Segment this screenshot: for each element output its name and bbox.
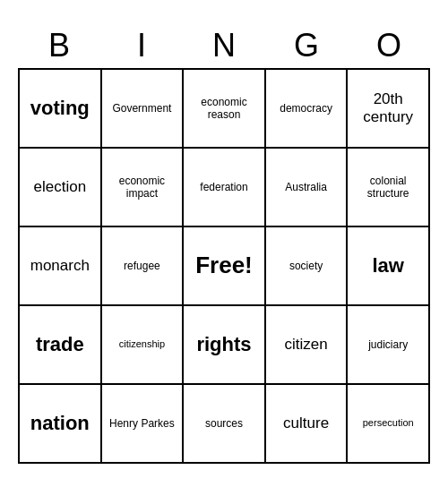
cell-text: Henry Parkes — [109, 417, 175, 430]
cell-r2-c3: society — [266, 227, 349, 306]
cell-r2-c1: refugee — [102, 227, 185, 306]
cell-r1-c2: federation — [184, 149, 266, 227]
cell-text: economic reason — [187, 96, 261, 122]
cell-r0-c0: voting — [20, 70, 102, 149]
cell-text: Government — [112, 102, 171, 115]
cell-text: refugee — [124, 260, 160, 272]
cell-text: monarch — [30, 257, 90, 275]
cell-r3-c3: citizen — [266, 306, 349, 385]
cell-text: citizen — [285, 336, 328, 354]
cell-text: Australia — [285, 181, 327, 193]
cell-r3-c1: citizenship — [102, 306, 185, 385]
cell-r1-c3: Australia — [266, 149, 349, 227]
cell-r3-c2: rights — [184, 306, 266, 385]
cell-text: rights — [196, 333, 251, 356]
cell-text: Free! — [195, 252, 253, 279]
cell-text: voting — [30, 97, 90, 120]
cell-r4-c0: nation — [20, 385, 102, 464]
cell-r4-c3: culture — [266, 385, 349, 464]
cell-r4-c1: Henry Parkes — [102, 385, 185, 464]
cell-text: society — [289, 260, 323, 272]
cell-text: citizenship — [119, 338, 165, 350]
cell-text: colonial structure — [351, 175, 425, 201]
cell-r1-c4: colonial structure — [348, 149, 430, 227]
cell-r1-c1: economic impact — [102, 149, 185, 227]
header-letter: I — [100, 23, 183, 68]
bingo-card: BINGO votingGovernmenteconomic reasondem… — [18, 23, 430, 464]
bingo-header: BINGO — [18, 23, 430, 68]
header-letter: N — [183, 23, 265, 68]
cell-text: culture — [283, 414, 329, 432]
cell-r3-c4: judiciary — [348, 306, 430, 385]
cell-text: persecution — [363, 417, 414, 429]
cell-text: sources — [205, 417, 243, 430]
cell-text: democracy — [280, 102, 332, 115]
cell-r0-c4: 20th century — [348, 70, 430, 149]
cell-r1-c0: election — [20, 149, 102, 227]
header-letter: O — [348, 23, 430, 68]
cell-text: law — [372, 254, 403, 278]
cell-text: 20th century — [351, 90, 425, 127]
cell-r0-c2: economic reason — [184, 70, 266, 149]
bingo-grid: votingGovernmenteconomic reasondemocracy… — [18, 68, 430, 464]
cell-r0-c1: Government — [102, 70, 185, 149]
cell-r4-c4: persecution — [348, 385, 430, 464]
cell-text: judiciary — [368, 338, 408, 351]
header-letter: G — [265, 23, 348, 68]
cell-r3-c0: trade — [20, 306, 102, 385]
cell-text: nation — [30, 412, 90, 435]
cell-r2-c2: Free! — [184, 227, 266, 306]
cell-r2-c4: law — [348, 227, 430, 306]
cell-r2-c0: monarch — [20, 227, 102, 306]
cell-r0-c3: democracy — [266, 70, 349, 149]
cell-text: election — [33, 178, 86, 196]
header-letter: B — [18, 23, 100, 68]
cell-text: federation — [200, 181, 247, 193]
cell-text: trade — [36, 333, 84, 356]
cell-r4-c2: sources — [184, 385, 266, 464]
cell-text: economic impact — [106, 175, 179, 201]
